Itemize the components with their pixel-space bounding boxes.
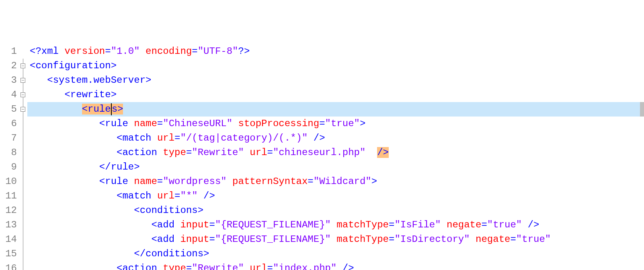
token: <? [30, 46, 41, 57]
token: /> [198, 190, 215, 201]
code-line[interactable]: <match url="/(tag|category)/(.*)" /> [27, 131, 644, 145]
line-number: 6 [0, 117, 19, 131]
token: negate [476, 234, 510, 245]
code-line[interactable]: <?xml version="1.0" encoding="UTF-8"?> [27, 44, 644, 59]
token: url [250, 263, 267, 270]
token: type [163, 263, 186, 270]
token: </ [134, 248, 146, 259]
token: "Wildcard" [314, 176, 371, 187]
line-number: 4 [0, 88, 19, 102]
fold-column[interactable] [19, 43, 27, 270]
line-number: 3 [0, 73, 19, 88]
token: = [389, 219, 394, 230]
text-caret [111, 103, 112, 115]
token: = [157, 118, 163, 129]
token: "{REQUEST_FILENAME}" [215, 219, 331, 230]
token: < [151, 219, 157, 230]
token: "Rewrite" [192, 263, 244, 270]
code-line[interactable]: <match url="*" /> [27, 189, 644, 203]
fold-cell[interactable] [19, 232, 27, 247]
line-number: 1 [0, 44, 19, 59]
code-editor[interactable]: 123456789101112131415161718 <?xml versio… [0, 43, 644, 270]
token: = [186, 147, 192, 158]
code-line[interactable]: <conditions> [27, 203, 644, 218]
fold-cell[interactable] [19, 174, 27, 189]
code-line[interactable]: <rule name="wordpress" patternSyntax="Wi… [27, 174, 644, 189]
code-line[interactable]: <rewrite> [27, 88, 644, 102]
code-line[interactable]: <add input="{REQUEST_FILENAME}" matchTyp… [27, 218, 644, 232]
token: /> [377, 147, 389, 158]
fold-cell[interactable] [19, 160, 27, 174]
token: encoding [140, 46, 192, 57]
token: = [186, 263, 192, 270]
token: add [157, 234, 180, 245]
token: "ChineseURL" [163, 118, 232, 129]
code-line[interactable]: <add input="{REQUEST_FILENAME}" matchTyp… [27, 232, 644, 247]
token: "*" [180, 190, 198, 201]
fold-cell[interactable] [19, 44, 27, 59]
token: = [267, 147, 273, 158]
fold-cell[interactable] [19, 189, 27, 203]
token: < [117, 263, 122, 270]
token: input [180, 234, 209, 245]
token: "index.php" [273, 263, 336, 270]
token: > [203, 248, 209, 259]
token: patternSyntax [232, 176, 308, 187]
token: "IsDirectory" [394, 234, 470, 245]
token: conditions [146, 248, 203, 259]
token: < [82, 104, 88, 115]
token: s [112, 104, 117, 115]
fold-cell[interactable] [19, 117, 27, 131]
fold-cell[interactable] [19, 247, 27, 261]
token: = [209, 219, 215, 230]
line-number: 13 [0, 218, 19, 232]
token [331, 234, 336, 245]
token: </ [99, 162, 111, 172]
fold-cell[interactable] [19, 102, 27, 117]
fold-cell[interactable] [19, 218, 27, 232]
fold-cell[interactable] [19, 145, 27, 160]
token [244, 147, 250, 158]
token: < [64, 89, 70, 100]
token: > [111, 89, 117, 100]
token: rewrite [70, 89, 111, 100]
token: type [163, 147, 186, 158]
token: conditions [140, 205, 198, 216]
fold-cell[interactable] [19, 203, 27, 218]
fold-cell[interactable] [19, 88, 27, 102]
token: = [481, 219, 487, 230]
token [244, 263, 250, 270]
code-line[interactable]: </rule> [27, 160, 644, 174]
line-number: 15 [0, 247, 19, 261]
fold-cell[interactable] [19, 59, 27, 73]
code-line[interactable]: <configuration> [27, 59, 644, 73]
code-line[interactable]: <action type="Rewrite" url="index.php" /… [27, 261, 644, 270]
token: "chineseurl.php" [273, 147, 365, 158]
token: > [111, 60, 117, 71]
fold-cell[interactable] [19, 131, 27, 145]
code-area[interactable]: <?xml version="1.0" encoding="UTF-8"?><c… [27, 43, 644, 270]
token: = [209, 234, 215, 245]
token: add [157, 219, 180, 230]
token: > [134, 162, 139, 172]
token: = [267, 263, 273, 270]
token: < [151, 234, 157, 245]
token: rule [111, 162, 134, 172]
fold-cell[interactable] [19, 73, 27, 88]
token: = [510, 234, 516, 245]
code-line[interactable]: <system.webServer> [27, 73, 644, 88]
fold-cell[interactable] [19, 261, 27, 270]
code-line[interactable]: <action type="Rewrite" url="chineseurl.p… [27, 145, 644, 160]
token: "true" [516, 234, 551, 245]
token: match [122, 133, 157, 143]
token: = [157, 176, 163, 187]
token: "/(tag|category)/(.*)" [180, 133, 308, 143]
token [227, 176, 232, 187]
code-line[interactable]: <rule name="ChineseURL" stopProcessing="… [27, 117, 644, 131]
code-line[interactable]: <rules> [27, 102, 644, 117]
line-number: 5 [0, 102, 19, 117]
token: < [47, 75, 53, 86]
code-line[interactable]: </conditions> [27, 247, 644, 261]
token: = [389, 234, 394, 245]
line-number: 16 [0, 261, 19, 270]
